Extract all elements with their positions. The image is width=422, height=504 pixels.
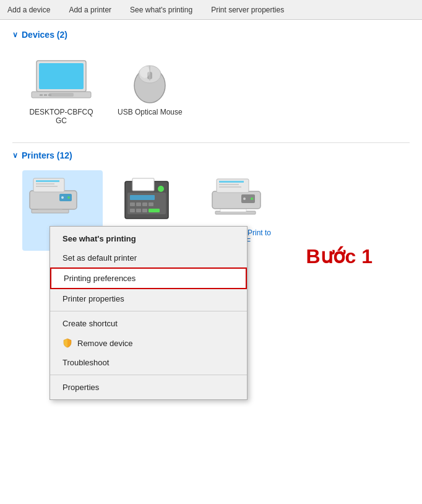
section-divider — [12, 142, 410, 143]
ctx-divider-2 — [50, 375, 247, 375]
devices-grid: DESKTOP-CBFCQ GC USB Optical Mouse — [12, 50, 410, 130]
svg-rect-6 — [48, 94, 51, 96]
mouse-svg — [119, 54, 181, 104]
devices-chevron: ∨ — [12, 30, 18, 39]
svg-rect-34 — [149, 209, 160, 212]
printers-section-header[interactable]: ∨ Printers (12) — [12, 150, 410, 160]
toolbar-see-printing[interactable]: See what's printing — [130, 6, 192, 14]
ctx-remove-device-label: Remove device — [77, 339, 133, 348]
printers-grid: De... — [12, 170, 410, 251]
svg-rect-1 — [39, 63, 84, 89]
svg-point-35 — [158, 186, 164, 192]
ctx-properties[interactable]: Properties — [50, 378, 247, 397]
toolbar: Add a device Add a printer See what's pr… — [0, 0, 422, 20]
svg-rect-17 — [36, 180, 59, 182]
ctx-set-default-label: Set as default printer — [62, 253, 137, 263]
printers-chevron: ∨ — [12, 151, 18, 160]
svg-rect-26 — [130, 195, 155, 200]
svg-point-45 — [243, 198, 246, 200]
ctx-create-shortcut[interactable]: Create shortcut — [50, 314, 247, 333]
ctx-printer-props-label: Printer properties — [62, 294, 124, 303]
laptop-svg — [30, 54, 92, 104]
svg-rect-18 — [36, 183, 54, 185]
laptop-label: DESKTOP-CBFCQ GC — [27, 108, 95, 125]
svg-rect-29 — [142, 202, 147, 206]
ctx-properties-label: Properties — [62, 383, 99, 392]
svg-rect-41 — [219, 181, 244, 183]
devices-section-label: Devices (2) — [22, 30, 67, 40]
ctx-printing-prefs-label: Printing preferences — [64, 274, 136, 283]
svg-rect-27 — [130, 202, 135, 206]
printer-icon-1 — [28, 175, 97, 225]
laptop-icon — [30, 54, 92, 104]
ctx-printer-props[interactable]: Printer properties — [50, 289, 247, 308]
svg-rect-24 — [132, 178, 154, 191]
printer2-svg — [209, 175, 277, 225]
mouse-icon-container — [119, 54, 181, 104]
svg-point-22 — [67, 196, 70, 199]
ctx-divider-1 — [50, 311, 247, 311]
ctx-set-default[interactable]: Set as default printer — [50, 248, 247, 267]
shield-icon — [62, 338, 72, 348]
step-annotation: Bước 1 — [306, 245, 372, 268]
svg-point-46 — [251, 198, 253, 200]
ctx-troubleshoot-label: Troubleshoot — [62, 358, 109, 367]
svg-rect-33 — [142, 209, 147, 212]
svg-rect-19 — [36, 186, 58, 187]
ctx-create-shortcut-label: Create shortcut — [62, 319, 118, 328]
svg-rect-3 — [49, 93, 74, 97]
svg-rect-4 — [40, 94, 43, 96]
svg-rect-28 — [136, 202, 141, 206]
main-content: ∨ Devices (2) DESKTOP-CBFCQ GC — [0, 20, 422, 504]
svg-point-21 — [61, 196, 64, 199]
ctx-remove-device[interactable]: Remove device — [50, 333, 247, 353]
device-laptop[interactable]: DESKTOP-CBFCQ GC — [22, 50, 100, 130]
printer-icon-2 — [119, 175, 187, 225]
svg-rect-43 — [219, 186, 241, 188]
printer-icon-3 — [209, 175, 277, 225]
ctx-printing-prefs[interactable]: Printing preferences — [50, 267, 247, 289]
svg-rect-31 — [130, 209, 135, 212]
svg-rect-32 — [136, 209, 141, 212]
devices-section-header[interactable]: ∨ Devices (2) — [12, 30, 410, 40]
printers-section-label: Printers (12) — [22, 150, 72, 160]
ctx-see-printing[interactable]: See what's printing — [50, 229, 247, 248]
printer1-svg — [28, 175, 97, 225]
fax-svg — [119, 175, 187, 225]
ctx-troubleshoot[interactable]: Troubleshoot — [50, 353, 247, 372]
svg-rect-30 — [149, 202, 153, 206]
context-menu: See what's printing Set as default print… — [50, 226, 248, 400]
toolbar-add-printer[interactable]: Add a printer — [69, 6, 111, 14]
device-mouse[interactable]: USB Optical Mouse — [113, 50, 187, 130]
toolbar-print-server[interactable]: Print server properties — [211, 6, 284, 14]
mouse-label: USB Optical Mouse — [118, 108, 183, 116]
svg-rect-42 — [219, 184, 239, 185]
toolbar-add-device[interactable]: Add a device — [7, 6, 50, 14]
svg-rect-5 — [44, 94, 47, 96]
svg-point-11 — [140, 66, 150, 78]
ctx-see-printing-label: See what's printing — [62, 234, 136, 243]
